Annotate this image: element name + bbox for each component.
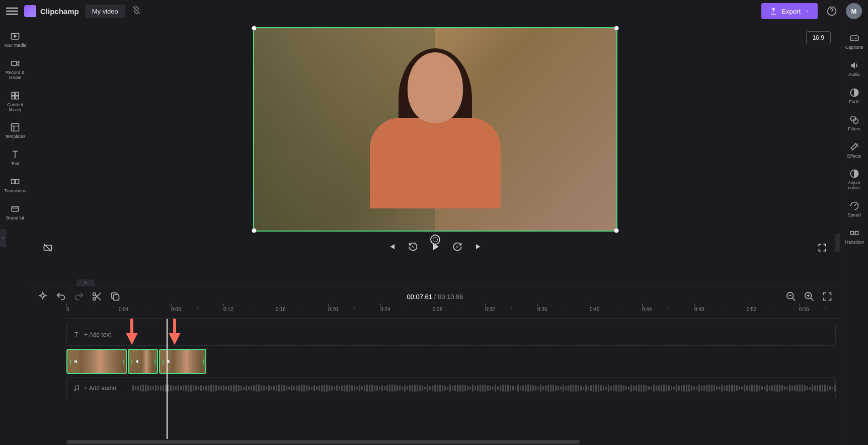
tracks-area[interactable]: + Add text + Add audio <box>66 319 840 439</box>
chevron-down-icon <box>83 281 88 285</box>
brand[interactable]: Clipchamp <box>24 5 79 17</box>
resize-handle-top-left[interactable] <box>252 26 257 31</box>
right-item-captions[interactable]: Captions <box>840 28 868 55</box>
right-item-transition[interactable]: Transition <box>840 223 868 250</box>
timeline-collapse-button[interactable] <box>76 279 95 286</box>
clip-audio-icon <box>73 358 80 364</box>
right-item-speed[interactable]: Speed <box>840 196 868 223</box>
caption-toggle-button[interactable] <box>42 242 53 253</box>
zoom-fit-button[interactable] <box>822 291 833 302</box>
forward-5s-button[interactable]: 5 <box>452 242 462 254</box>
resize-handle-top-right[interactable] <box>614 26 619 31</box>
svg-rect-6 <box>12 96 15 99</box>
rewind-5s-button[interactable]: 5 <box>408 242 418 254</box>
clip-trim-right[interactable] <box>121 350 126 373</box>
skip-back-button[interactable] <box>387 242 397 254</box>
redo-icon <box>73 291 85 302</box>
upload-icon <box>769 7 777 15</box>
transitions-icon <box>10 177 20 187</box>
help-button[interactable] <box>824 3 840 19</box>
zoom-out-button[interactable] <box>785 291 797 302</box>
clip-trim-left[interactable] <box>160 350 165 373</box>
right-item-adjust-colors[interactable]: Adjust colors <box>840 164 868 196</box>
video-clip[interactable] <box>128 349 158 374</box>
sidebar-item-content-library[interactable]: Content library <box>0 86 30 118</box>
right-item-fade[interactable]: Fade <box>840 83 868 110</box>
project-name-input[interactable]: My video <box>85 5 125 18</box>
left-sidebar: Your media Record & create Content libra… <box>0 22 30 445</box>
clip-thumbnail <box>172 350 200 373</box>
audio-track-lane[interactable]: + Add audio <box>66 377 836 399</box>
video-clip[interactable] <box>66 349 127 374</box>
zoom-in-button[interactable] <box>804 291 815 302</box>
sidebar-item-your-media[interactable]: Your media <box>0 26 30 53</box>
current-time: 00:07.61 <box>407 293 432 301</box>
sync-status-icon <box>131 5 141 17</box>
svg-rect-7 <box>16 96 19 99</box>
play-button[interactable] <box>429 241 441 255</box>
right-item-audio[interactable]: Audio <box>840 55 868 83</box>
svg-rect-3 <box>12 61 17 65</box>
skip-forward-button[interactable] <box>474 242 484 254</box>
contrast-icon <box>849 169 859 179</box>
clip-trim-right[interactable] <box>200 350 205 373</box>
video-track[interactable] <box>66 349 836 374</box>
redo-button[interactable] <box>73 291 85 302</box>
clip-trim-left[interactable] <box>67 350 72 373</box>
svg-rect-10 <box>16 180 19 184</box>
export-button[interactable]: Export <box>761 3 818 19</box>
zoom-fit-icon <box>822 291 833 302</box>
clip-trim-left[interactable] <box>129 350 134 373</box>
fullscreen-button[interactable] <box>817 242 828 253</box>
right-item-effects[interactable]: Effects <box>840 137 868 164</box>
sidebar-item-transitions[interactable]: Transitions <box>0 172 30 199</box>
split-button[interactable] <box>92 291 103 302</box>
video-preview-canvas[interactable] <box>253 27 617 232</box>
timeline-ruler[interactable]: 00:040:080:120:160:200:240:280:320:360:4… <box>66 307 840 319</box>
clip-audio-icon <box>135 358 141 364</box>
sidebar-item-brand-kit[interactable]: Brand kit <box>0 199 30 226</box>
svg-rect-30 <box>850 232 853 235</box>
ruler-tick: 0:20 <box>328 307 338 312</box>
media-icon <box>10 31 20 41</box>
right-item-filters[interactable]: Filters <box>840 110 868 137</box>
brand-name: Clipchamp <box>40 7 79 16</box>
user-avatar[interactable]: M <box>846 3 862 19</box>
left-sidebar-collapse[interactable] <box>0 229 6 247</box>
templates-icon <box>10 122 20 132</box>
ruler-tick: 0:36 <box>537 307 547 312</box>
hamburger-menu[interactable] <box>6 5 18 17</box>
clip-thumbnail <box>141 350 152 373</box>
ruler-tick: 0:28 <box>433 307 442 312</box>
right-sidebar-collapse[interactable] <box>835 234 840 252</box>
play-icon <box>429 241 441 253</box>
text-icon <box>73 331 80 338</box>
annotation-arrow-1 <box>122 319 142 349</box>
sidebar-item-text[interactable]: Text <box>0 144 30 172</box>
svg-rect-5 <box>16 92 19 95</box>
clip-trim-right[interactable] <box>152 350 157 373</box>
sidebar-item-templates[interactable]: Templates <box>0 117 30 144</box>
svg-rect-9 <box>12 180 15 184</box>
chevron-left-icon <box>836 241 839 245</box>
cc-off-icon <box>43 243 53 253</box>
svg-rect-4 <box>12 92 15 95</box>
library-icon <box>10 91 20 101</box>
transition-icon <box>849 228 859 238</box>
add-audio-label: + Add audio <box>84 385 116 392</box>
ai-tools-button[interactable] <box>37 291 48 302</box>
timeline-scrollbar[interactable] <box>66 439 840 445</box>
svg-point-23 <box>74 389 75 390</box>
video-frame-content <box>370 52 501 231</box>
ruler-tick: 0:24 <box>380 307 390 312</box>
ruler-tick: 0:52 <box>747 307 756 312</box>
add-text-label: + Add text <box>84 331 111 338</box>
sidebar-item-record-create[interactable]: Record & create <box>0 53 30 86</box>
svg-point-16 <box>93 293 96 296</box>
aspect-ratio-selector[interactable]: 16:9 <box>806 31 831 44</box>
undo-button[interactable] <box>55 291 66 302</box>
zoom-out-icon <box>785 291 797 302</box>
scrollbar-thumb[interactable] <box>66 440 580 444</box>
copy-button[interactable] <box>110 291 121 302</box>
brand-kit-icon <box>10 204 20 214</box>
